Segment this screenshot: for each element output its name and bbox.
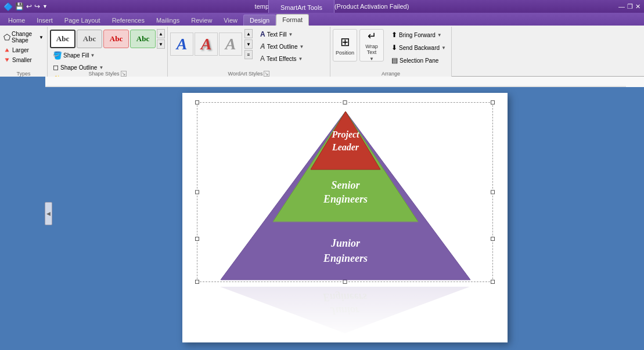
- wrap-text-icon: ↵: [368, 30, 376, 42]
- wordart-styles-label: WordArt Styles ↘: [168, 71, 330, 77]
- shape-style-btn-2[interactable]: Abc: [77, 30, 102, 48]
- tab-insert[interactable]: Insert: [31, 15, 59, 26]
- position-icon: ⊞: [340, 35, 350, 49]
- tab-page-layout[interactable]: Page Layout: [59, 15, 106, 26]
- position-label: Position: [336, 50, 354, 56]
- qa-dropdown-icon[interactable]: ▼: [42, 3, 48, 9]
- arrange-group: ⊞ Position ↵ Wrap Text ▼ ⬆ Bring Forward…: [330, 27, 452, 78]
- ruler: [45, 77, 644, 87]
- wrap-text-label: Wrap Text: [360, 44, 383, 55]
- change-shape-group: ⬠ Change Shape ▼ 🔺 Larger 🔻 Smaller Type…: [0, 27, 48, 78]
- panel-collapse-handle[interactable]: ◀: [45, 202, 52, 225]
- text-outline-cmd[interactable]: A Text Outline ▼: [257, 41, 307, 52]
- left-sidebar: ◀: [0, 77, 45, 350]
- shape-styles-group: Abc Abc Abc Abc ▲ ▼ 🪣 Shape Fill ▼: [48, 27, 168, 78]
- send-backward-cmd[interactable]: ⬇ Send Backward ▼: [388, 42, 449, 53]
- text-outline-icon: A: [260, 42, 265, 50]
- larger-btn[interactable]: 🔺 Larger: [2, 45, 45, 55]
- shape-outline-icon: ◻: [53, 63, 59, 71]
- tab-design[interactable]: Design: [243, 15, 276, 26]
- tab-mailings[interactable]: Mailings: [150, 15, 185, 26]
- shape-fill-cmd[interactable]: 🪣 Shape Fill ▼: [50, 50, 98, 61]
- document-page: Project Leader Senior Engineers Junior E…: [182, 93, 508, 342]
- svg-text:Senior: Senior: [331, 179, 360, 191]
- wordart-style-2[interactable]: A: [195, 33, 218, 56]
- scroll-down[interactable]: ▼: [157, 39, 165, 49]
- shape-styles-label: Shape Styles ↘: [48, 71, 167, 77]
- bring-forward-cmd[interactable]: ⬆ Bring Forward ▼: [388, 29, 449, 41]
- shape-style-btn-4[interactable]: Abc: [130, 30, 156, 48]
- change-shape-icon: ⬠: [3, 33, 10, 42]
- smaller-btn[interactable]: 🔻 Smaller: [2, 55, 45, 65]
- tab-references[interactable]: References: [106, 15, 150, 26]
- svg-rect-0: [45, 77, 644, 87]
- pyramid-reflection: Junior Engineers: [197, 287, 493, 333]
- shape-fill-icon: 🪣: [53, 51, 62, 60]
- undo-icon[interactable]: ↩: [26, 2, 32, 10]
- svg-text:Junior: Junior: [330, 237, 360, 249]
- svg-text:Leader: Leader: [331, 142, 359, 152]
- wordart-style-3[interactable]: A: [219, 33, 242, 56]
- minimize-btn[interactable]: —: [618, 3, 625, 10]
- text-effects-icon: A: [260, 55, 265, 63]
- wordart-styles-group: A A A ▲ ▼ ≡ A Text Fill ▼ A Text Outline: [168, 27, 330, 78]
- text-fill-cmd[interactable]: A Text Fill ▼: [257, 29, 307, 39]
- shape-style-btn-3[interactable]: Abc: [103, 30, 129, 48]
- wordart-style-1[interactable]: A: [170, 33, 193, 56]
- scroll-up[interactable]: ▲: [157, 29, 165, 38]
- smartart-tools-label: SmartArt Tools: [268, 0, 334, 13]
- svg-text:Engineers: Engineers: [322, 252, 367, 264]
- content-area: Project Leader Senior Engineers Junior E…: [45, 87, 644, 350]
- position-btn[interactable]: ⊞ Position: [333, 29, 357, 62]
- restore-btn[interactable]: ❐: [627, 3, 633, 10]
- pyramid-chart: Project Leader Senior Engineers Junior E…: [197, 103, 494, 283]
- send-backward-icon: ⬇: [391, 44, 397, 52]
- selection-pane-icon: ▤: [391, 56, 398, 64]
- arrange-label: Arrange: [330, 71, 451, 77]
- tab-format[interactable]: Format: [276, 14, 309, 26]
- tab-view[interactable]: View: [218, 15, 243, 26]
- change-shape-btn[interactable]: ⬠ Change Shape ▼: [2, 29, 45, 45]
- redo-icon[interactable]: ↪: [34, 2, 40, 10]
- close-btn[interactable]: ✕: [635, 3, 641, 10]
- selection-pane-cmd[interactable]: ▤ Selection Pane: [388, 55, 449, 66]
- svg-marker-4: [311, 111, 380, 169]
- bring-forward-icon: ⬆: [391, 31, 397, 39]
- svg-text:Project: Project: [331, 129, 359, 140]
- text-effects-cmd[interactable]: A Text Effects ▼: [257, 53, 307, 64]
- smartart-selection-box[interactable]: Project Leader Senior Engineers Junior E…: [197, 102, 493, 282]
- save-icon[interactable]: 💾: [15, 2, 24, 10]
- wordart-scroll[interactable]: ▲ ▼ ≡: [244, 29, 253, 59]
- app-icon: 🔷: [3, 2, 13, 11]
- shape-style-btn-1[interactable]: Abc: [50, 30, 75, 48]
- svg-text:Engineers: Engineers: [322, 193, 367, 205]
- text-fill-icon: A: [260, 30, 265, 38]
- tab-review[interactable]: Review: [185, 15, 218, 26]
- tab-home[interactable]: Home: [2, 15, 31, 26]
- types-label: Types: [0, 71, 47, 77]
- wrap-text-btn[interactable]: ↵ Wrap Text ▼: [359, 29, 384, 62]
